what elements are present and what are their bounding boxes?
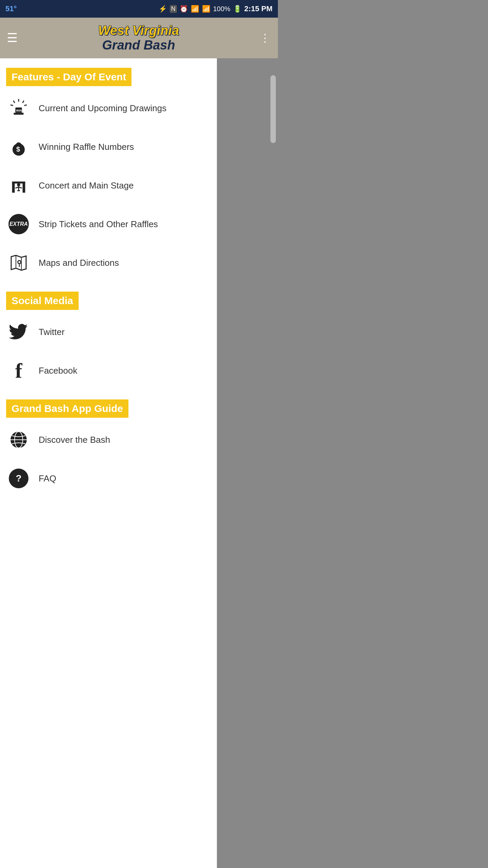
svg-line-2: [23, 101, 24, 103]
clock: 2:15 PM: [244, 4, 272, 13]
menu-button[interactable]: ☰: [7, 32, 18, 44]
toolbar: ☰ West Virginia Grand Bash ⋮: [0, 18, 278, 58]
svg-text:$: $: [16, 145, 20, 153]
menu-item-discover[interactable]: Discover the Bash: [0, 420, 217, 459]
win-icon: WIN: [7, 96, 30, 120]
svg-text:WIN: WIN: [16, 109, 22, 112]
features-section: Features - Day Of Event: [0, 58, 217, 282]
twitter-label: Twitter: [39, 327, 65, 337]
app-title: West Virginia Grand Bash: [18, 23, 260, 53]
social-header: Social Media: [6, 292, 79, 310]
raffle-label: Winning Raffle Numbers: [39, 142, 134, 152]
menu-item-strip[interactable]: EXTRA Strip Tickets and Other Raffles: [0, 205, 217, 243]
app-title-line1: West Virginia: [18, 23, 260, 38]
discover-label: Discover the Bash: [39, 435, 110, 445]
svg-line-4: [24, 105, 27, 105]
drawings-label: Current and Upcoming Drawings: [39, 103, 166, 114]
app-title-line2: Grand Bash: [18, 38, 260, 53]
extra-badge-icon: EXTRA: [7, 212, 30, 236]
guide-section: Grand Bash App Guide Discover the Bash: [0, 390, 217, 498]
battery-text: 100%: [213, 5, 230, 13]
menu-item-twitter[interactable]: Twitter: [0, 313, 217, 351]
concert-label: Concert and Main Stage: [39, 180, 134, 191]
map-icon: [7, 251, 30, 275]
maps-label: Maps and Directions: [39, 258, 119, 268]
svg-line-1: [14, 101, 15, 103]
svg-rect-11: [12, 182, 15, 193]
svg-rect-6: [14, 113, 24, 115]
money-bag-icon: $: [7, 135, 30, 159]
menu-item-raffle[interactable]: $ Winning Raffle Numbers: [0, 127, 217, 166]
menu-item-maps[interactable]: Maps and Directions: [0, 243, 217, 282]
faq-label: FAQ: [39, 473, 56, 484]
menu-item-faq[interactable]: ? FAQ: [0, 459, 217, 498]
facebook-label: Facebook: [39, 366, 77, 376]
strip-label: Strip Tickets and Other Raffles: [39, 219, 158, 230]
main-content: Features - Day Of Event: [0, 58, 217, 868]
temperature: 51°: [5, 4, 17, 13]
globe-icon: [7, 428, 30, 452]
svg-rect-9: [17, 143, 21, 145]
menu-item-drawings[interactable]: WIN Current and Upcoming Drawings: [0, 89, 217, 127]
faq-icon: ?: [7, 467, 30, 490]
menu-item-concert[interactable]: Concert and Main Stage: [0, 166, 217, 205]
svg-rect-12: [23, 182, 25, 193]
concert-icon: [7, 174, 30, 197]
status-icons: ⚡ N ⏰ 📶 📶 100% 🔋 2:15 PM: [159, 4, 272, 13]
more-options-button[interactable]: ⋮: [260, 32, 271, 44]
guide-header: Grand Bash App Guide: [6, 399, 128, 418]
twitter-icon: [7, 320, 30, 344]
bluetooth-icon: ⚡: [159, 5, 167, 13]
svg-point-14: [17, 183, 20, 186]
alarm-icon: ⏰: [180, 5, 188, 13]
features-header: Features - Day Of Event: [6, 68, 131, 86]
status-bar: 51° ⚡ N ⏰ 📶 📶 100% 🔋 2:15 PM: [0, 0, 278, 18]
nfc-icon: N: [170, 5, 177, 13]
svg-line-3: [11, 105, 13, 105]
menu-item-facebook[interactable]: f Facebook: [0, 351, 217, 390]
social-section: Social Media Twitter f Facebook: [0, 282, 217, 390]
right-panel: [217, 58, 278, 868]
facebook-icon: f: [7, 359, 30, 382]
wifi-icon: 📶: [191, 5, 199, 13]
scrollbar[interactable]: [270, 75, 276, 143]
signal-icon: 📶: [202, 5, 210, 13]
svg-point-23: [18, 261, 20, 263]
battery-icon: 🔋: [233, 5, 242, 13]
